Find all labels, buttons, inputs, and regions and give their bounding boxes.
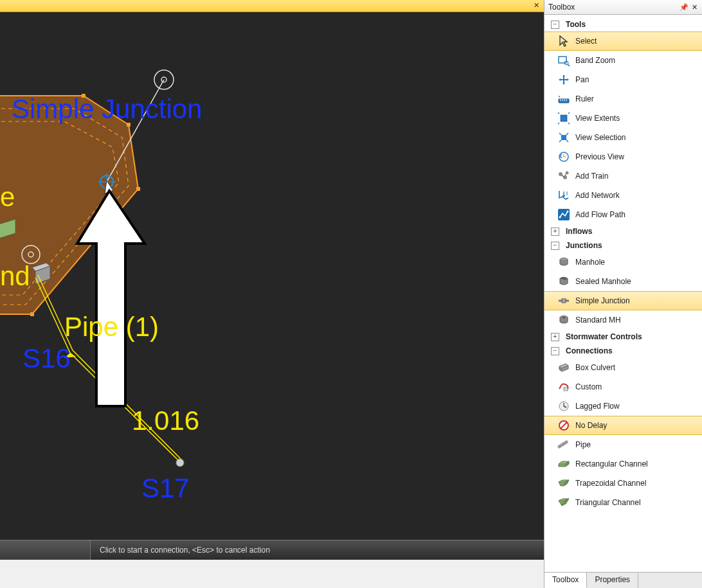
- svg-rect-29: [561, 115, 567, 121]
- expander-minus-icon[interactable]: −: [551, 242, 559, 250]
- panel-title: Toolbox: [548, 3, 679, 12]
- item-label: Triangular Channel: [575, 498, 641, 507]
- status-left-section: [0, 540, 91, 560]
- tool-view-extents[interactable]: View Extents: [544, 109, 702, 128]
- toolbox-panel: Toolbox 📌 ✕ − Tools Select Band Zoom Pan: [544, 0, 702, 588]
- connection-pipe[interactable]: Pipe: [544, 435, 702, 454]
- category-junctions[interactable]: − Junctions: [544, 238, 702, 253]
- label-e-partial: e: [0, 182, 15, 212]
- sealed-manhole-icon: [557, 275, 570, 288]
- item-label: Pan: [575, 75, 589, 84]
- add-network-icon: [557, 189, 570, 202]
- tab-properties[interactable]: Properties: [587, 573, 638, 588]
- add-train-icon: [557, 170, 570, 183]
- item-label: Add Train: [575, 172, 608, 181]
- svg-point-45: [562, 317, 566, 318]
- box-culvert-icon: [557, 361, 570, 374]
- category-label: Junctions: [566, 241, 602, 250]
- ribbon-bar: ✕: [0, 0, 544, 12]
- category-label: Inflows: [566, 227, 592, 236]
- expander-plus-icon[interactable]: +: [551, 333, 559, 341]
- canvas-wrap: Simple Junction e nd Pipe (1) S16 1.016 …: [0, 12, 544, 540]
- connection-rect-channel[interactable]: Rectangular Channel: [544, 454, 702, 474]
- item-label: No Delay: [575, 421, 607, 430]
- close-icon[interactable]: ✕: [689, 3, 699, 12]
- trap-channel-icon: [557, 477, 570, 490]
- tool-add-network[interactable]: Add Network: [544, 186, 702, 205]
- ruler-icon: [557, 93, 570, 105]
- label-simple-junction: Simple Junction: [12, 94, 202, 124]
- tool-view-selection[interactable]: View Selection: [544, 128, 702, 147]
- connection-lagged-flow[interactable]: Lagged Flow: [544, 396, 702, 416]
- svg-line-22: [568, 64, 570, 66]
- connection-custom[interactable]: Custom: [544, 377, 702, 396]
- tri-channel-icon: [557, 496, 570, 509]
- tool-ruler[interactable]: Ruler: [544, 89, 702, 109]
- item-label: Ruler: [575, 94, 594, 103]
- cursor-icon: [557, 35, 570, 48]
- item-label: Box Culvert: [575, 363, 615, 372]
- svg-rect-4: [30, 312, 34, 316]
- manhole-icon: [557, 256, 570, 269]
- tool-band-zoom[interactable]: Band Zoom: [544, 51, 702, 70]
- status-hint: Click to start a connection, <Esc> to ca…: [91, 546, 270, 555]
- category-connections[interactable]: − Connections: [544, 344, 702, 358]
- category-tools[interactable]: − Tools: [544, 17, 702, 31]
- junction-manhole[interactable]: Manhole: [544, 253, 702, 272]
- custom-icon: [557, 380, 570, 393]
- category-label: Stormwater Controls: [566, 332, 642, 341]
- tool-select[interactable]: Select: [544, 31, 702, 51]
- junction-standard-mh[interactable]: Standard MH: [544, 310, 702, 330]
- item-label: Lagged Flow: [575, 402, 620, 411]
- pipe-icon: [557, 438, 570, 451]
- svg-point-18: [176, 459, 184, 467]
- junction-simple-junction[interactable]: Simple Junction: [544, 291, 702, 310]
- item-label: Sealed Manhole: [575, 277, 631, 286]
- plan-canvas[interactable]: Simple Junction e nd Pipe (1) S16 1.016 …: [0, 12, 544, 540]
- connection-box-culvert[interactable]: Box Culvert: [544, 358, 702, 377]
- category-label: Connections: [566, 346, 613, 355]
- connection-tri-channel[interactable]: Triangular Channel: [544, 493, 702, 512]
- category-label: Tools: [566, 20, 586, 29]
- junction-sealed-manhole[interactable]: Sealed Manhole: [544, 272, 702, 291]
- item-label: Select: [575, 37, 597, 46]
- expander-minus-icon[interactable]: −: [551, 21, 559, 29]
- item-label: Manhole: [575, 258, 605, 267]
- no-delay-icon: [557, 419, 570, 432]
- item-label: Standard MH: [575, 316, 621, 325]
- item-label: Rectangular Channel: [575, 459, 648, 468]
- ribbon-close-icon[interactable]: ✕: [532, 1, 541, 10]
- tool-pan[interactable]: Pan: [544, 70, 702, 89]
- item-label: Add Flow Path: [575, 210, 626, 219]
- lagged-flow-icon: [557, 400, 570, 413]
- connection-no-delay[interactable]: No Delay: [544, 416, 702, 435]
- item-label: View Extents: [575, 114, 620, 123]
- category-stormwater[interactable]: + Stormwater Controls: [544, 330, 702, 344]
- expander-plus-icon[interactable]: +: [551, 227, 559, 236]
- tool-add-flow-path[interactable]: Add Flow Path: [544, 205, 702, 224]
- label-value: 1.016: [132, 405, 199, 436]
- label-s16: S16: [22, 343, 71, 373]
- svg-rect-30: [561, 135, 566, 140]
- panel-tabs: Toolbox Properties: [544, 572, 702, 588]
- pan-icon: [557, 73, 570, 86]
- standard-mh-icon: [557, 314, 570, 326]
- item-label: Band Zoom: [575, 56, 615, 65]
- svg-point-38: [559, 217, 561, 218]
- item-label: Add Network: [575, 191, 620, 200]
- tool-previous-view[interactable]: Previous View: [544, 147, 702, 166]
- svg-rect-23: [559, 99, 569, 103]
- expander-minus-icon[interactable]: −: [551, 347, 559, 355]
- item-label: Trapezoidal Channel: [575, 479, 646, 488]
- previous-view-icon: [557, 150, 570, 163]
- status-bar: Click to start a connection, <Esc> to ca…: [0, 540, 544, 560]
- pin-icon[interactable]: 📌: [679, 3, 689, 12]
- svg-point-36: [566, 172, 569, 175]
- tool-add-train[interactable]: Add Train: [544, 166, 702, 186]
- toolbox-tree[interactable]: − Tools Select Band Zoom Pan Ruler: [544, 15, 702, 572]
- tab-toolbox[interactable]: Toolbox: [544, 573, 587, 588]
- category-inflows[interactable]: + Inflows: [544, 224, 702, 238]
- svg-rect-43: [562, 299, 566, 303]
- svg-rect-3: [136, 187, 140, 191]
- connection-trap-channel[interactable]: Trapezoidal Channel: [544, 474, 702, 493]
